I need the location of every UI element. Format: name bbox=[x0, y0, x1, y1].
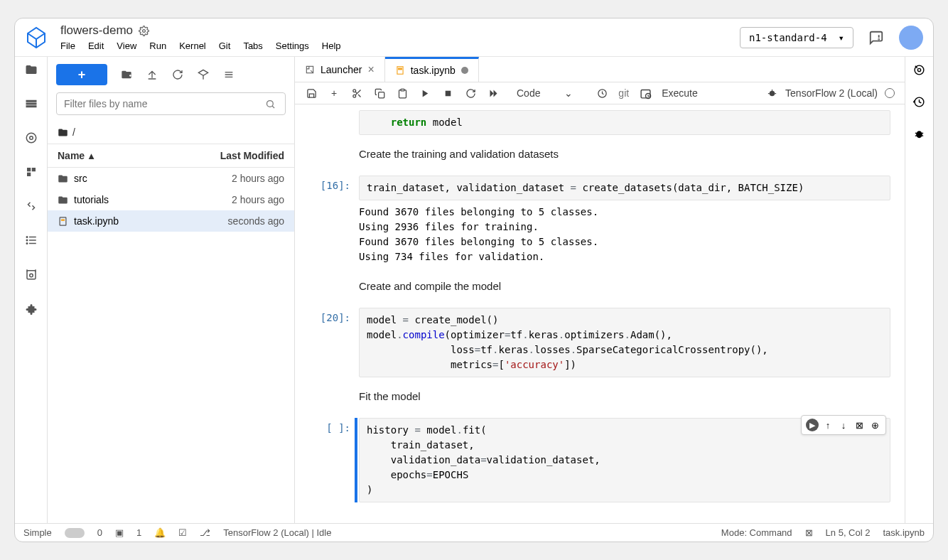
stop-icon[interactable] bbox=[441, 87, 454, 99]
tab-launcher[interactable]: Launcher× bbox=[295, 57, 385, 82]
markdown-cell[interactable]: Create the training and validation datas… bbox=[309, 141, 890, 170]
svg-point-20 bbox=[29, 274, 33, 277]
folder-icon bbox=[58, 127, 68, 138]
save-icon[interactable] bbox=[305, 87, 318, 99]
svg-line-41 bbox=[355, 92, 357, 93]
status-simple[interactable]: Simple bbox=[23, 527, 52, 538]
status-mode[interactable]: Mode: Command bbox=[721, 527, 792, 538]
status-count-1[interactable]: 1 bbox=[136, 527, 141, 538]
breadcrumb[interactable]: / bbox=[48, 121, 294, 144]
menu-edit[interactable]: Edit bbox=[88, 41, 104, 51]
tab-task-ipynb[interactable]: task.ipynb bbox=[385, 57, 479, 82]
git-icon[interactable] bbox=[24, 131, 38, 145]
copy-icon[interactable] bbox=[373, 87, 386, 99]
notebook-body[interactable]: return model Create the training and val… bbox=[295, 104, 905, 523]
svg-rect-5 bbox=[26, 106, 36, 107]
topbar: flowers-demo FileEditViewRunKernelGitTab… bbox=[15, 18, 933, 57]
status-count-0[interactable]: 0 bbox=[97, 527, 102, 538]
paste-icon[interactable] bbox=[396, 87, 409, 99]
bug-icon[interactable] bbox=[765, 87, 778, 99]
restart-icon[interactable] bbox=[464, 87, 477, 99]
column-name[interactable]: Name bbox=[58, 150, 85, 161]
status-kernel[interactable]: TensorFlow 2 (Local) | Idle bbox=[223, 527, 331, 538]
upload-icon[interactable] bbox=[146, 68, 158, 81]
git-clone-icon[interactable] bbox=[197, 68, 210, 81]
menu-settings[interactable]: Settings bbox=[276, 41, 309, 51]
kernel-indicator-icon[interactable] bbox=[885, 88, 895, 98]
folder-icon bbox=[58, 173, 68, 184]
refresh-icon[interactable] bbox=[171, 68, 184, 81]
gear-icon[interactable] bbox=[139, 26, 149, 36]
markdown-cell[interactable]: Fit the model bbox=[309, 383, 890, 412]
menu-git[interactable]: Git bbox=[219, 41, 231, 51]
running-icon[interactable] bbox=[24, 97, 38, 111]
kernel-name[interactable]: TensorFlow 2 (Local) bbox=[785, 87, 878, 99]
sort-asc-icon: ▴ bbox=[89, 150, 94, 161]
status-position[interactable]: Ln 5, Col 2 bbox=[826, 527, 871, 538]
launcher-icon bbox=[305, 65, 315, 75]
comment-icon[interactable] bbox=[866, 28, 886, 48]
run-all-icon[interactable] bbox=[487, 87, 500, 99]
toggle-switch[interactable] bbox=[65, 528, 85, 538]
new-folder-icon[interactable] bbox=[120, 68, 133, 81]
check-icon[interactable]: ☑ bbox=[178, 527, 187, 538]
svg-point-7 bbox=[29, 136, 33, 140]
history-icon[interactable] bbox=[913, 96, 925, 108]
new-launcher-button[interactable]: + bbox=[56, 64, 107, 85]
list-view-icon[interactable] bbox=[222, 68, 235, 81]
user-avatar[interactable] bbox=[899, 26, 923, 50]
menu-help[interactable]: Help bbox=[322, 41, 341, 51]
file-row[interactable]: src2 hours ago bbox=[48, 168, 294, 189]
menu-file[interactable]: File bbox=[60, 41, 75, 51]
menu-tabs[interactable]: Tabs bbox=[243, 41, 262, 51]
code-cell[interactable]: [20]: model = create_model() model.compi… bbox=[309, 308, 890, 377]
debug-icon[interactable] bbox=[913, 128, 925, 140]
branch-icon[interactable]: ⎇ bbox=[200, 527, 210, 538]
vm-type-selector[interactable]: n1-standard-4 ▾ bbox=[740, 27, 853, 48]
add-cell-icon[interactable]: + bbox=[328, 87, 340, 99]
run-icon[interactable] bbox=[419, 87, 431, 99]
svg-point-14 bbox=[26, 237, 28, 238]
file-row[interactable]: task.ipynbseconds ago bbox=[48, 210, 294, 232]
svg-line-40 bbox=[358, 95, 360, 97]
folder-icon[interactable] bbox=[24, 63, 38, 77]
toc-icon[interactable] bbox=[24, 199, 38, 213]
commands-icon[interactable] bbox=[24, 165, 38, 179]
terminal-icon[interactable]: ▣ bbox=[115, 527, 124, 538]
cut-icon[interactable] bbox=[350, 87, 363, 99]
chevron-down-icon: ▾ bbox=[839, 32, 844, 43]
menu-run[interactable]: Run bbox=[149, 41, 166, 51]
status-file[interactable]: task.ipynb bbox=[883, 527, 925, 538]
clock-icon[interactable] bbox=[596, 87, 608, 99]
svg-point-37 bbox=[352, 89, 355, 92]
svg-rect-31 bbox=[60, 217, 66, 225]
move-up-icon[interactable]: ↑ bbox=[822, 419, 834, 431]
file-filter-input[interactable] bbox=[56, 92, 286, 115]
file-toolbar: + bbox=[48, 57, 294, 92]
notification-icon[interactable]: 🔔 bbox=[154, 527, 166, 538]
extension-icon[interactable] bbox=[24, 301, 38, 316]
code-cell[interactable]: return model bbox=[309, 110, 890, 135]
vertex-logo-icon bbox=[25, 26, 48, 49]
schedule-icon[interactable] bbox=[639, 87, 652, 99]
list-icon[interactable] bbox=[24, 233, 38, 247]
executions-icon[interactable] bbox=[24, 267, 38, 281]
delete-cell-icon[interactable]: ⊠ bbox=[853, 419, 866, 431]
menu-view[interactable]: View bbox=[117, 41, 136, 51]
cell-type-selector[interactable]: Code ⌄ bbox=[510, 87, 586, 99]
menu-kernel[interactable]: Kernel bbox=[179, 41, 206, 51]
cell-prompt: [16]: bbox=[309, 176, 359, 267]
move-down-icon[interactable]: ↓ bbox=[837, 419, 850, 431]
settings-icon[interactable] bbox=[913, 64, 925, 76]
run-cell-icon[interactable]: ▶ bbox=[806, 419, 819, 431]
zoom-icon[interactable]: ⊕ bbox=[868, 419, 881, 431]
column-modified[interactable]: Last Modified bbox=[220, 150, 284, 161]
markdown-cell[interactable]: Create and compile the model bbox=[309, 273, 890, 302]
svg-marker-24 bbox=[198, 70, 208, 75]
git-label[interactable]: git bbox=[618, 87, 629, 99]
execute-button[interactable]: Execute bbox=[662, 87, 698, 99]
file-row[interactable]: tutorials2 hours ago bbox=[48, 189, 294, 210]
close-icon[interactable]: × bbox=[367, 63, 374, 76]
code-cell[interactable]: [16]: train_dataset, validation_dataset … bbox=[309, 176, 890, 267]
notebook-trust-icon[interactable]: ⊠ bbox=[805, 527, 813, 538]
